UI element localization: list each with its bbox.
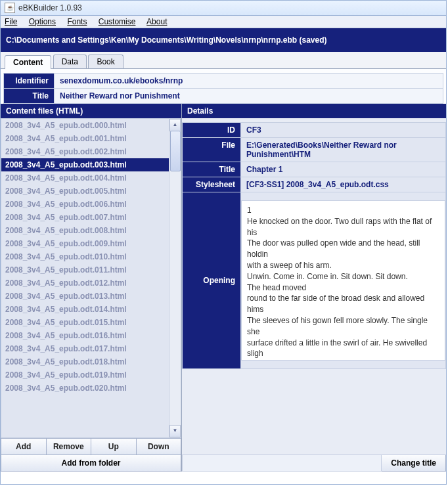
list-item[interactable]: 2008_3v4_A5_epub.odt.015.html: [1, 316, 169, 329]
identifier-value[interactable]: senexdomum.co.uk/ebooks/nrnp: [55, 74, 443, 89]
app-title: eBKBuilder 1.0.93: [18, 3, 82, 12]
detail-stylesheet-value: [CF3-SS1] 2008_3v4_A5_epub.odt.css: [241, 177, 446, 192]
java-cup-icon: ☕: [5, 3, 15, 13]
title-value[interactable]: Neither Reward nor Punishment: [55, 89, 443, 104]
list-item[interactable]: 2008_3v4_A5_epub.odt.011.html: [1, 263, 169, 276]
scroll-up-icon[interactable]: ▲: [169, 119, 181, 131]
bottom-spacer: [182, 455, 382, 472]
detail-id-value: CF3: [241, 123, 446, 138]
list-item[interactable]: 2008_3v4_A5_epub.odt.009.html: [1, 237, 169, 250]
tab-data[interactable]: Data: [53, 55, 87, 68]
detail-opening-label: Opening: [183, 192, 241, 369]
list-item[interactable]: 2008_3v4_A5_epub.odt.014.html: [1, 303, 169, 316]
menu-file[interactable]: File: [5, 17, 17, 26]
list-item[interactable]: 2008_3v4_A5_epub.odt.008.html: [1, 224, 169, 237]
menu-fonts[interactable]: Fonts: [67, 17, 87, 26]
remove-button[interactable]: Remove: [47, 438, 92, 455]
list-item[interactable]: 2008_3v4_A5_epub.odt.007.html: [1, 211, 169, 224]
scroll-thumb[interactable]: [170, 131, 181, 171]
list-item[interactable]: 2008_3v4_A5_epub.odt.002.html: [1, 145, 169, 158]
pathbar: C:\Documents and Settings\Ken\My Documen…: [1, 28, 446, 52]
file-list[interactable]: 2008_3v4_A5_epub.odt.000.html2008_3v4_A5…: [1, 119, 169, 437]
titlebar: ☕ eBKBuilder 1.0.93: [1, 1, 446, 16]
list-item[interactable]: 2008_3v4_A5_epub.odt.019.html: [1, 368, 169, 382]
tab-book[interactable]: Book: [88, 55, 123, 68]
list-item[interactable]: 2008_3v4_A5_epub.odt.006.html: [1, 198, 169, 211]
detail-stylesheet-label: Stylesheet: [183, 177, 241, 192]
tab-content[interactable]: Content: [5, 55, 51, 69]
list-item[interactable]: 2008_3v4_A5_epub.odt.003.html: [1, 158, 169, 171]
tabs-row: Content Data Book: [1, 52, 446, 69]
up-button[interactable]: Up: [91, 438, 137, 455]
scrollbar[interactable]: ▲ ▼: [169, 119, 181, 437]
add-button[interactable]: Add: [1, 438, 47, 455]
list-item[interactable]: 2008_3v4_A5_epub.odt.017.html: [1, 342, 169, 355]
menu-customise[interactable]: Customise: [99, 17, 136, 26]
details-header: Details: [182, 104, 446, 118]
change-title-button[interactable]: Change title: [382, 455, 446, 472]
detail-title-value: Chapter 1: [241, 162, 446, 177]
list-item[interactable]: 2008_3v4_A5_epub.odt.012.html: [1, 276, 169, 290]
detail-opening-text: 1He knocked on the door. Two dull raps w…: [241, 200, 445, 361]
list-item[interactable]: 2008_3v4_A5_epub.odt.005.html: [1, 185, 169, 198]
add-from-folder-button[interactable]: Add from folder: [1, 455, 181, 472]
detail-title-label: Title: [183, 162, 241, 177]
list-item[interactable]: 2008_3v4_A5_epub.odt.010.html: [1, 250, 169, 263]
list-item[interactable]: 2008_3v4_A5_epub.odt.018.html: [1, 355, 169, 368]
menubar: File Options Fonts Customise About: [1, 16, 446, 28]
detail-file-value: E:\Generated\Books\Neither Reward nor Pu…: [241, 138, 446, 162]
list-item[interactable]: 2008_3v4_A5_epub.odt.001.html: [1, 132, 169, 145]
list-item[interactable]: 2008_3v4_A5_epub.odt.013.html: [1, 290, 169, 303]
detail-id-label: ID: [183, 123, 241, 138]
identifier-label: Identifier: [4, 74, 55, 89]
menu-options[interactable]: Options: [29, 17, 56, 26]
content-files-header: Content files (HTML): [1, 104, 181, 118]
menu-about[interactable]: About: [146, 17, 167, 26]
title-label: Title: [4, 89, 55, 104]
list-item[interactable]: 2008_3v4_A5_epub.odt.004.html: [1, 171, 169, 185]
detail-file-label: File: [183, 138, 241, 162]
list-item[interactable]: 2008_3v4_A5_epub.odt.020.html: [1, 382, 169, 395]
list-item[interactable]: 2008_3v4_A5_epub.odt.016.html: [1, 329, 169, 342]
list-item[interactable]: 2008_3v4_A5_epub.odt.000.html: [1, 119, 169, 132]
down-button[interactable]: Down: [137, 438, 182, 455]
scroll-down-icon[interactable]: ▼: [169, 425, 181, 437]
